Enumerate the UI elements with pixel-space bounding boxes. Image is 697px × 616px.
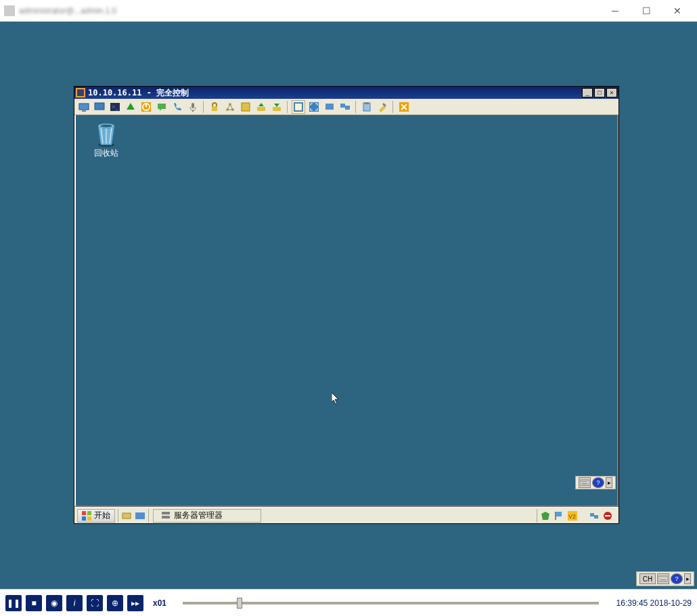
app-window: administrator@...admin.1.0 ─ ☐ ✕ 10.10.1… [0, 0, 697, 616]
chat-icon[interactable] [155, 100, 168, 114]
mic-icon[interactable] [186, 100, 200, 114]
tray-network-vc-icon[interactable]: V2 [567, 510, 578, 521]
remote-close-button[interactable]: × [606, 88, 617, 97]
tray-network-icon[interactable] [589, 510, 600, 521]
settings-icon[interactable] [239, 100, 252, 114]
window-controls: ─ ☐ ✕ [600, 0, 693, 22]
keyboard-icon[interactable] [579, 477, 591, 488]
fastforward-button[interactable]: ▸▸ [127, 595, 143, 611]
desktop-icon[interactable] [93, 100, 106, 114]
tray-volume-icon[interactable] [602, 510, 613, 521]
remote-title: 10.10.16.11 - 完全控制 [88, 87, 189, 99]
svg-rect-41 [162, 512, 170, 514]
speed-label: x01 [153, 598, 166, 608]
svg-rect-1 [77, 89, 84, 96]
svg-rect-34 [582, 483, 587, 484]
info-button[interactable]: i [66, 595, 83, 611]
explorer-icon[interactable] [121, 510, 132, 521]
recycle-bin-icon [94, 120, 118, 148]
ime-ch-button[interactable]: CH [639, 573, 656, 584]
start-label: 开始 [94, 510, 110, 521]
svg-rect-2 [79, 104, 89, 110]
phone-icon[interactable] [171, 100, 184, 114]
toolbar-separator [392, 101, 394, 113]
network-icon[interactable] [223, 100, 237, 114]
tray-flag-icon[interactable] [554, 510, 564, 521]
upload-icon[interactable] [254, 100, 268, 114]
stop-button[interactable]: ■ [26, 595, 42, 611]
svg-rect-44 [555, 512, 556, 520]
app-body: 10.10.16.11 - 完全控制 _ □ × >_ [0, 22, 697, 589]
svg-rect-47 [590, 513, 594, 516]
svg-rect-18 [273, 107, 281, 111]
svg-rect-39 [122, 513, 131, 519]
help-icon[interactable]: ? [671, 573, 683, 584]
task-server-manager[interactable]: 服务器管理器 [153, 509, 261, 523]
task-label: 服务器管理器 [174, 510, 223, 521]
tray-security-icon[interactable] [540, 510, 551, 521]
remote-desktop[interactable]: 回收站 ? ▸ [74, 115, 619, 507]
monitor-icon[interactable] [77, 100, 91, 114]
svg-rect-17 [257, 107, 265, 111]
server-manager-icon [160, 510, 171, 521]
power-icon[interactable] [139, 100, 153, 114]
lock-icon[interactable] [208, 100, 221, 114]
svg-rect-31 [581, 481, 583, 482]
svg-rect-42 [162, 516, 170, 519]
svg-rect-3 [82, 110, 86, 112]
svg-rect-40 [135, 512, 145, 519]
help-icon[interactable]: ? [592, 477, 604, 488]
svg-rect-50 [658, 576, 668, 581]
playback-timestamp: 16:39:45 2018-10-29 [616, 598, 692, 608]
fullscreen-button[interactable]: ⛶ [87, 595, 103, 611]
clipboard-icon[interactable] [360, 100, 374, 114]
pause-button[interactable]: ❚❚ [5, 595, 22, 611]
minimize-button[interactable]: ─ [600, 0, 631, 22]
zoom-button[interactable]: ⊕ [107, 595, 123, 611]
disconnect-icon[interactable] [397, 100, 411, 114]
svg-rect-22 [340, 104, 345, 108]
maximize-button[interactable]: ☐ [631, 0, 662, 22]
remote-taskbar: 开始 服务器管理器 V2 [74, 507, 619, 523]
window-mode-icon[interactable] [292, 100, 305, 114]
screen1-icon[interactable] [323, 100, 336, 114]
expand-icon[interactable]: ▸ [684, 573, 691, 584]
desktop-show-icon[interactable] [135, 510, 145, 521]
remote-window-controls: _ □ × [581, 88, 617, 97]
svg-rect-32 [583, 481, 585, 482]
remote-maximize-button[interactable]: □ [594, 88, 605, 97]
terminal-icon[interactable]: >_ [108, 100, 122, 114]
remote-app-icon [76, 88, 85, 97]
svg-rect-16 [242, 103, 250, 111]
send-icon[interactable] [124, 100, 137, 114]
svg-rect-11 [192, 110, 194, 112]
snapshot-button[interactable]: ◉ [46, 595, 62, 611]
seek-bar[interactable] [183, 602, 599, 604]
multiscreen-icon[interactable] [338, 100, 352, 114]
download-icon[interactable] [270, 100, 284, 114]
svg-rect-19 [294, 103, 302, 111]
remote-minimize-button[interactable]: _ [582, 88, 593, 97]
system-tray: V2 [537, 509, 616, 523]
svg-rect-9 [145, 103, 147, 107]
keyboard-icon[interactable] [657, 573, 669, 584]
svg-rect-35 [82, 511, 86, 515]
tools-icon[interactable] [376, 100, 389, 114]
svg-rect-25 [365, 102, 369, 104]
svg-rect-38 [87, 516, 91, 521]
seek-thumb[interactable] [237, 598, 242, 609]
outer-ime-status: CH ? ▸ [636, 571, 694, 586]
recycle-bin[interactable]: 回收站 [88, 120, 125, 159]
recycle-bin-label: 回收站 [88, 148, 125, 159]
toolbar-separator [287, 101, 288, 113]
toolbar-separator [203, 101, 204, 113]
fullscreen-icon[interactable] [307, 100, 321, 114]
start-button[interactable]: 开始 [77, 509, 115, 523]
remote-titlebar[interactable]: 10.10.16.11 - 完全控制 _ □ × [74, 87, 619, 99]
svg-rect-33 [585, 481, 587, 482]
expand-icon[interactable]: ▸ [606, 477, 612, 488]
close-button[interactable]: ✕ [662, 0, 693, 22]
cursor-icon [332, 393, 340, 405]
svg-rect-4 [95, 103, 104, 110]
remote-inner-status: ? ▸ [575, 476, 616, 489]
